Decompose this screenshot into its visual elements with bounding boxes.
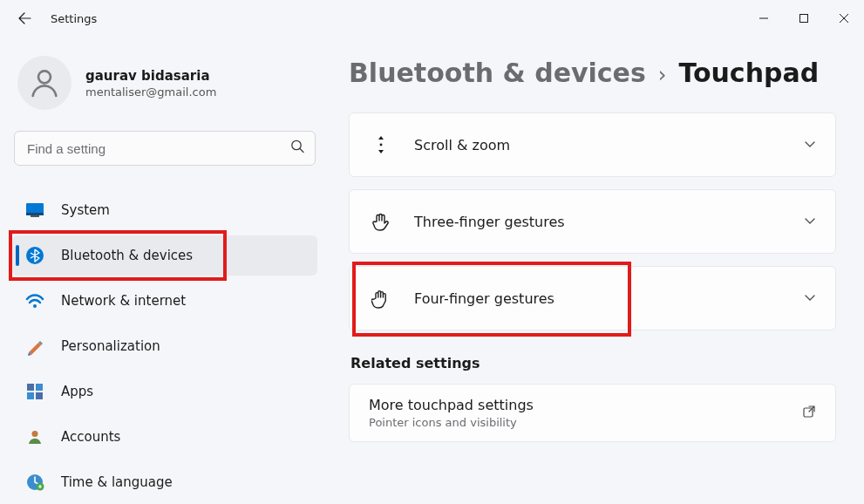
- svg-rect-11: [36, 392, 43, 399]
- back-arrow-icon: [17, 11, 31, 25]
- related-title: More touchpad settings: [369, 397, 534, 413]
- content: Bluetooth & devices › Touchpad Scroll & …: [330, 37, 864, 504]
- sidebar-item-personalization[interactable]: Personalization: [12, 326, 317, 366]
- sidebar-item-apps[interactable]: Apps: [12, 371, 317, 412]
- user-block[interactable]: gaurav bidasaria mentaliser@gmail.com: [12, 52, 317, 127]
- sidebar-item-label: Bluetooth & devices: [61, 248, 193, 263]
- card-more-touchpad[interactable]: More touchpad settings Pointer icons and…: [349, 384, 836, 442]
- minimize-icon: [759, 13, 769, 24]
- svg-rect-9: [36, 384, 43, 391]
- card-label: Four-finger gestures: [414, 290, 554, 307]
- sidebar-item-label: Apps: [61, 384, 93, 399]
- network-icon: [24, 290, 45, 311]
- scroll-zoom-icon: [369, 134, 393, 155]
- person-icon: [27, 65, 62, 100]
- sidebar-item-time[interactable]: Time & language: [12, 462, 317, 502]
- sidebar-item-label: Time & language: [61, 474, 173, 490]
- chevron-down-icon: [804, 214, 816, 230]
- back-button[interactable]: [9, 3, 40, 34]
- personalization-icon: [24, 336, 45, 357]
- sidebar-item-bluetooth[interactable]: Bluetooth & devices: [12, 235, 317, 276]
- sidebar-item-system[interactable]: System: [12, 190, 317, 230]
- card-three-finger[interactable]: Three-finger gestures: [349, 189, 836, 254]
- svg-point-12: [32, 431, 38, 437]
- svg-rect-10: [27, 392, 34, 399]
- card-label: Scroll & zoom: [414, 137, 510, 153]
- breadcrumb-current: Touchpad: [678, 58, 819, 88]
- nav: System Bluetooth & devices Network & int…: [12, 190, 317, 504]
- svg-rect-8: [27, 384, 34, 391]
- bluetooth-icon: [24, 245, 45, 266]
- open-external-icon: [802, 405, 816, 422]
- breadcrumb-parent[interactable]: Bluetooth & devices: [349, 58, 646, 88]
- search-input[interactable]: [14, 131, 316, 166]
- sidebar-item-label: Network & internet: [61, 293, 186, 309]
- close-button[interactable]: [824, 1, 864, 36]
- svg-rect-4: [26, 213, 44, 215]
- hand-icon: [369, 211, 393, 232]
- chevron-down-icon: [804, 137, 816, 153]
- svg-point-1: [38, 71, 51, 83]
- sidebar-item-label: System: [61, 202, 110, 218]
- card-scroll-zoom[interactable]: Scroll & zoom: [349, 112, 836, 177]
- svg-point-15: [380, 144, 383, 146]
- close-icon: [839, 13, 849, 24]
- breadcrumb: Bluetooth & devices › Touchpad: [349, 58, 836, 88]
- hand-icon: [369, 288, 393, 309]
- time-icon: [24, 472, 45, 493]
- chevron-down-icon: [804, 290, 816, 307]
- avatar: [17, 56, 71, 110]
- svg-point-7: [33, 304, 37, 308]
- sidebar-item-accounts[interactable]: Accounts: [12, 417, 317, 457]
- maximize-button[interactable]: [784, 1, 824, 36]
- accounts-icon: [24, 426, 45, 447]
- apps-icon: [24, 381, 45, 402]
- card-label: Three-finger gestures: [414, 214, 565, 230]
- chevron-right-icon: ›: [658, 63, 667, 87]
- related-subtitle: Pointer icons and visibility: [369, 416, 534, 429]
- related-heading: Related settings: [350, 355, 836, 371]
- search-icon: [290, 140, 305, 158]
- card-four-finger[interactable]: Four-finger gestures: [349, 266, 836, 330]
- sidebar-item-label: Personalization: [61, 338, 160, 354]
- maximize-icon: [799, 13, 809, 24]
- svg-rect-5: [31, 215, 39, 217]
- app-title: Settings: [51, 12, 97, 25]
- minimize-button[interactable]: [744, 1, 784, 36]
- sidebar-item-network[interactable]: Network & internet: [12, 281, 317, 321]
- svg-rect-0: [800, 15, 808, 23]
- user-name: gaurav bidasaria: [85, 68, 216, 84]
- sidebar-item-label: Accounts: [61, 429, 120, 445]
- user-email: mentaliser@gmail.com: [85, 85, 216, 99]
- system-icon: [24, 200, 45, 221]
- sidebar: gaurav bidasaria mentaliser@gmail.com Sy…: [0, 37, 330, 504]
